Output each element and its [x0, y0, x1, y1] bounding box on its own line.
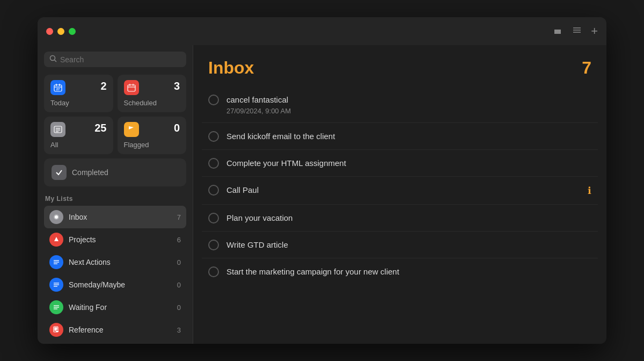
inbox-count: 7 [177, 213, 181, 221]
detail-panel: Inbox 7 cancel fantastical 27/09/2024, 9… [193, 45, 606, 344]
task-checkbox[interactable] [208, 185, 219, 196]
next-actions-name: Next Actions [69, 258, 172, 266]
app-window: + 27 2 [38, 17, 606, 344]
task-title: Send kickoff email to the client [226, 131, 591, 142]
task-title: Start the marketing campaign for your ne… [226, 266, 591, 277]
reference-icon [49, 323, 63, 337]
someday-icon [49, 278, 63, 292]
scheduled-count: 3 [174, 80, 180, 92]
sidebar-item-inbox[interactable]: Inbox 7 [44, 206, 186, 228]
svg-rect-30 [55, 328, 57, 328]
flagged-count: 0 [174, 122, 180, 134]
titlebar-actions: + [552, 24, 598, 38]
sidebar-item-waiting-for[interactable]: Waiting For 0 [44, 296, 186, 319]
table-row[interactable]: Complete your HTML assignment [202, 150, 598, 177]
next-actions-count: 0 [177, 258, 181, 266]
sidebar-item-projects[interactable]: Projects 6 [44, 228, 186, 251]
sidebar-item-reference[interactable]: Reference 3 [44, 319, 186, 341]
smart-cards: 27 2 Today 3 Scheduled [44, 75, 186, 154]
search-icon [49, 55, 57, 64]
task-checkbox[interactable] [208, 95, 219, 105]
today-icon: 27 [50, 80, 65, 95]
search-input[interactable] [60, 55, 181, 64]
smart-card-today[interactable]: 27 2 Today [44, 75, 113, 112]
waiting-for-name: Waiting For [69, 303, 172, 312]
task-title: Write GTD article [226, 239, 591, 250]
titlebar: + [38, 17, 606, 45]
all-count: 25 [94, 122, 106, 134]
task-body: Start the marketing campaign for your ne… [226, 266, 591, 277]
svg-point-19 [55, 215, 58, 219]
waiting-for-count: 0 [177, 304, 181, 312]
completed-icon [52, 165, 67, 180]
reference-name: Reference [69, 326, 172, 334]
completed-card[interactable]: Completed [44, 158, 186, 186]
table-row[interactable]: cancel fantastical 27/09/2024, 9:00 AM [202, 86, 598, 123]
traffic-lights [46, 28, 76, 35]
today-count: 2 [100, 80, 106, 92]
add-list-button[interactable]: + Add List [44, 343, 186, 344]
task-body: cancel fantastical 27/09/2024, 9:00 AM [226, 94, 591, 115]
minimize-button[interactable] [57, 28, 64, 35]
all-label: All [50, 141, 107, 149]
add-icon[interactable]: + [591, 24, 598, 38]
task-body: Call Paul [226, 184, 580, 196]
someday-count: 0 [177, 281, 181, 289]
task-title: Plan your vacation [226, 212, 591, 223]
table-row[interactable]: Write GTD article [202, 232, 598, 258]
inbox-name: Inbox [69, 213, 172, 221]
task-checkbox[interactable] [208, 266, 219, 277]
task-title: Complete your HTML assignment [226, 157, 591, 169]
task-checkbox[interactable] [208, 213, 219, 223]
task-checkbox[interactable] [208, 158, 219, 169]
table-row[interactable]: Plan your vacation [202, 205, 598, 232]
task-title: Call Paul [226, 184, 580, 196]
svg-rect-31 [55, 329, 57, 329]
main-content: 27 2 Today 3 Scheduled [38, 45, 606, 344]
projects-count: 6 [177, 236, 181, 244]
svg-rect-32 [55, 330, 56, 330]
maximize-button[interactable] [69, 28, 76, 35]
inbox-icon [49, 210, 63, 224]
today-label: Today [50, 99, 107, 107]
completed-label: Completed [72, 168, 108, 177]
sidebar-item-someday[interactable]: Someday/Maybe 0 [44, 273, 186, 296]
inbox-count-badge: 7 [582, 58, 591, 78]
table-row[interactable]: Start the marketing campaign for your ne… [202, 258, 598, 285]
reference-count: 3 [177, 326, 181, 334]
svg-point-3 [50, 56, 55, 61]
all-icon [50, 122, 65, 137]
sidebar-item-next-actions[interactable]: Next Actions 0 [44, 251, 186, 273]
waiting-for-icon [49, 300, 63, 314]
task-checkbox[interactable] [208, 240, 219, 250]
table-row[interactable]: Call Paul ℹ [202, 177, 598, 205]
list-items: Inbox 7 Projects 6 Next Actions [44, 206, 186, 341]
table-row[interactable]: Send kickoff email to the client [202, 123, 598, 150]
task-body: Complete your HTML assignment [226, 157, 591, 169]
task-checkbox[interactable] [208, 131, 219, 142]
projects-name: Projects [69, 235, 172, 244]
smart-card-flagged[interactable]: 0 Flagged [118, 117, 187, 154]
task-list: cancel fantastical 27/09/2024, 9:00 AM S… [193, 86, 606, 344]
svg-rect-10 [128, 85, 135, 91]
share-icon[interactable] [552, 25, 563, 38]
my-lists-label: My Lists [44, 195, 186, 203]
task-body: Plan your vacation [226, 212, 591, 223]
flagged-icon [124, 122, 139, 137]
close-button[interactable] [46, 28, 53, 35]
task-body: Write GTD article [226, 239, 591, 250]
search-box[interactable] [44, 52, 186, 67]
flagged-label: Flagged [124, 141, 180, 149]
scheduled-icon [124, 80, 139, 95]
smart-card-all[interactable]: 25 All [44, 117, 113, 154]
svg-rect-33 [56, 331, 58, 332]
inbox-title: Inbox [208, 58, 254, 78]
list-view-icon[interactable] [572, 25, 582, 38]
svg-line-4 [55, 60, 57, 62]
task-subtitle: 27/09/2024, 9:00 AM [226, 107, 591, 115]
next-actions-icon [49, 255, 63, 269]
smart-card-scheduled[interactable]: 3 Scheduled [118, 75, 187, 112]
detail-header: Inbox 7 [193, 45, 606, 86]
sidebar: 27 2 Today 3 Scheduled [38, 45, 193, 344]
someday-name: Someday/Maybe [69, 280, 172, 289]
